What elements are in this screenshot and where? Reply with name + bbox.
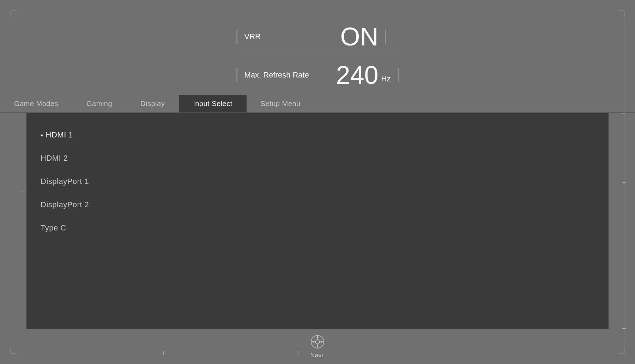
input-item-dp1[interactable]: DisplayPort 1 bbox=[37, 170, 598, 193]
refresh-sep-left bbox=[237, 68, 237, 82]
corner-tr bbox=[618, 11, 624, 17]
refresh-row: Max. Refresh Rate 240 Hz bbox=[237, 56, 399, 94]
vrr-sep-right bbox=[386, 30, 386, 44]
vrr-label: VRR bbox=[244, 32, 322, 41]
nav-tabs: Game Modes Gaming Display Input Select S… bbox=[0, 95, 635, 113]
vrr-row: VRR ON bbox=[237, 18, 399, 56]
content-area: ■ HDMI 1 HDMI 2 DisplayPort 1 DisplayPor… bbox=[26, 113, 609, 329]
refresh-unit: Hz bbox=[381, 74, 391, 88]
corner-tl bbox=[11, 11, 17, 17]
svg-point-1 bbox=[315, 340, 320, 344]
input-list: ■ HDMI 1 HDMI 2 DisplayPort 1 DisplayPor… bbox=[37, 120, 598, 240]
tab-display[interactable]: Display bbox=[126, 95, 179, 112]
refresh-value: 240 bbox=[322, 62, 379, 88]
marker-right-mid bbox=[622, 182, 626, 183]
input-item-dp2[interactable]: DisplayPort 2 bbox=[37, 193, 598, 216]
stats-section: VRR ON Max. Refresh Rate 240 Hz bbox=[237, 18, 399, 94]
refresh-label: Max. Refresh Rate bbox=[244, 70, 322, 80]
selected-bullet: ■ bbox=[41, 133, 43, 137]
tab-setup-menu[interactable]: Setup Menu bbox=[247, 95, 315, 112]
tab-input-select[interactable]: Input Select bbox=[179, 95, 247, 112]
vrr-value: ON bbox=[322, 24, 379, 49]
navi-label: Navi. bbox=[310, 352, 325, 359]
refresh-sep-right bbox=[398, 68, 398, 82]
vrr-sep-left bbox=[237, 30, 237, 44]
navi-icon bbox=[310, 334, 325, 350]
input-item-typec[interactable]: Type C bbox=[37, 216, 598, 240]
input-item-hdmi1[interactable]: ■ HDMI 1 bbox=[37, 123, 598, 147]
bottom-nav: Navi. bbox=[0, 329, 635, 364]
marker-right-top bbox=[622, 113, 626, 113]
input-item-hdmi2[interactable]: HDMI 2 bbox=[37, 147, 598, 170]
tab-game-modes[interactable]: Game Modes bbox=[0, 95, 72, 112]
tab-gaming[interactable]: Gaming bbox=[72, 95, 126, 112]
